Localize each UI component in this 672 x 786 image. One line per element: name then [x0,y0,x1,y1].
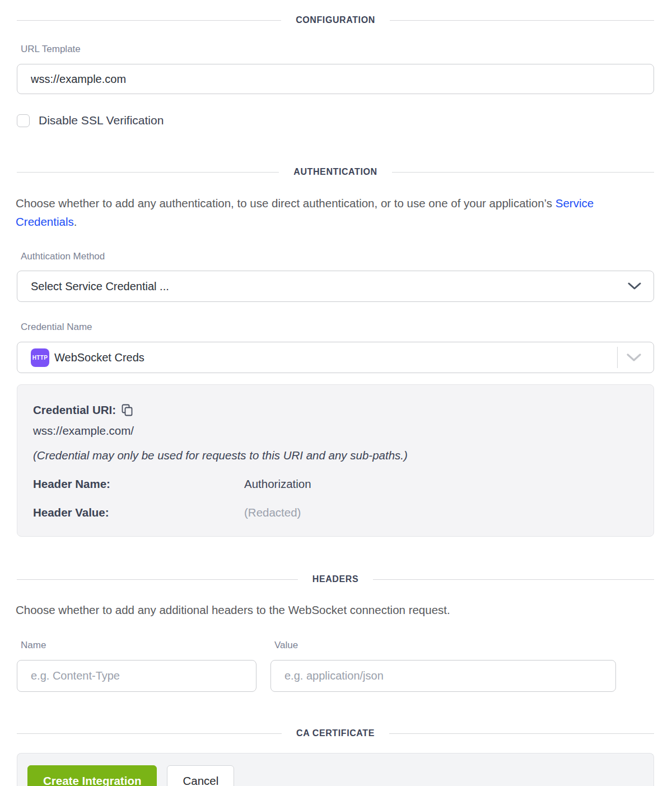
divider-line [17,733,282,734]
authentication-description-text: Choose whether to add any authentication… [16,197,552,210]
divider-line [390,20,654,21]
divider-line [373,579,654,580]
credential-name-select[interactable]: HTTP WebSocket Creds [17,342,654,373]
copy-icon [122,404,133,416]
auth-method-select[interactable]: Select Service Credential ... [17,271,654,302]
header-name-input[interactable] [17,660,256,692]
header-value-redacted: (Redacted) [244,506,301,519]
header-value-row: Header Value: (Redacted) [33,506,638,519]
header-name-row: Header Name: Authorization [33,477,638,491]
url-template-input[interactable] [17,64,654,94]
section-divider-ca-certificate: CA CERTIFICATE [17,728,654,738]
header-value-input-label: Value [274,640,616,651]
chevron-down-icon[interactable] [627,354,641,362]
auth-method-selected-value: Select Service Credential ... [31,280,169,293]
authentication-description: Choose whether to add any authentication… [16,194,654,231]
divider-line [392,172,654,173]
form-actions-bar: Create Integration Cancel [17,753,654,786]
section-title-configuration: CONFIGURATION [296,15,375,25]
link-suffix: . [74,215,77,228]
url-template-label: URL Template [21,44,654,55]
divider-line [389,733,654,734]
section-title-headers: HEADERS [312,574,358,584]
create-integration-button[interactable]: Create Integration [27,765,157,786]
copy-uri-button[interactable] [122,404,133,416]
select-divider [617,347,618,368]
chevron-down-icon [628,282,641,290]
credential-scope-note: (Credential may only be used for request… [33,449,638,462]
header-value-label: Header Value: [33,506,244,519]
auth-method-label: Authtication Method [21,251,654,262]
header-name-label: Header Name: [33,477,244,491]
integration-form: CONFIGURATION URL Template Disable SSL V… [0,15,672,786]
credential-uri-label: Credential URI: [33,403,116,417]
section-title-authentication: AUTHENTICATION [293,167,377,177]
header-name-input-label: Name [21,640,256,651]
disable-ssl-label: Disable SSL Verification [39,114,164,127]
credential-name-selected-value: WebSocket Creds [54,351,144,364]
header-name-value: Authorization [244,477,311,491]
credential-uri-value: wss://example.com/ [33,424,638,438]
divider-line [17,20,281,21]
http-credential-icon: HTTP [31,348,49,367]
divider-line [17,172,279,173]
credential-uri-row: Credential URI: [33,403,638,417]
credential-details-panel: Credential URI: wss://example.com/ (Cred… [17,384,654,537]
cancel-button[interactable]: Cancel [167,765,234,786]
section-divider-headers: HEADERS [17,574,654,584]
section-divider-configuration: CONFIGURATION [17,15,654,25]
headers-description: Choose whether to add any additional hea… [16,601,654,619]
disable-ssl-row: Disable SSL Verification [17,114,654,127]
section-divider-authentication: AUTHENTICATION [17,167,654,177]
header-value-input[interactable] [270,660,616,692]
divider-line [17,579,298,580]
section-title-ca-certificate: CA CERTIFICATE [296,728,375,738]
disable-ssl-checkbox[interactable] [17,114,30,127]
headers-inputs-row [17,660,654,692]
credential-name-label: Credential Name [21,322,654,333]
headers-labels-row: Name Value [17,640,654,651]
